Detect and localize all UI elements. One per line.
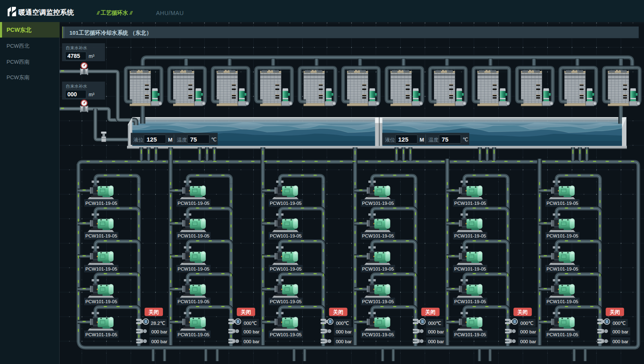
svg-text:PCW101-19-05: PCW101-19-05 <box>362 266 394 271</box>
svg-text:PCW101-19-05: PCW101-19-05 <box>454 201 486 206</box>
svg-text:000: 000 <box>67 91 77 98</box>
svg-text:℃: ℃ <box>463 137 468 142</box>
svg-text:PCW101-19-05: PCW101-19-05 <box>85 266 117 271</box>
svg-text:液位: 液位 <box>385 137 396 143</box>
svg-text:000 bar: 000 bar <box>428 329 444 334</box>
svg-text:PCW101-19-05: PCW101-19-05 <box>546 299 578 304</box>
svg-text:℃: ℃ <box>211 137 216 142</box>
svg-text:PCW101-19-05: PCW101-19-05 <box>178 201 209 206</box>
svg-text:125: 125 <box>147 136 157 143</box>
svg-text:000 bar: 000 bar <box>243 339 259 344</box>
svg-text:PCW101-19-05: PCW101-19-05 <box>85 299 117 304</box>
svg-text:PCW101-19-05: PCW101-19-05 <box>270 332 302 337</box>
svg-text:4785: 4785 <box>67 53 80 59</box>
svg-text:000 bar: 000 bar <box>520 339 536 344</box>
svg-text:m³: m³ <box>89 53 94 59</box>
svg-text:PCW101-19-05: PCW101-19-05 <box>454 233 486 238</box>
svg-text:000 bar: 000 bar <box>613 339 628 344</box>
svg-text:000 bar: 000 bar <box>243 329 259 334</box>
svg-text:PCW101-19-05: PCW101-19-05 <box>85 201 117 206</box>
svg-text:PCW101-19-05: PCW101-19-05 <box>178 233 209 238</box>
svg-text:PCW101-19-05: PCW101-19-05 <box>362 299 394 304</box>
svg-text:75: 75 <box>442 136 449 143</box>
svg-text:28.2℃: 28.2℃ <box>151 321 165 326</box>
svg-text:关闭: 关闭 <box>425 309 436 315</box>
svg-text:m³: m³ <box>89 92 94 98</box>
svg-text:000 bar: 000 bar <box>151 329 167 334</box>
svg-text:关闭: 关闭 <box>609 309 620 315</box>
svg-text:000 bar: 000 bar <box>151 339 167 344</box>
svg-text:自来水补水: 自来水补水 <box>66 84 87 89</box>
svg-text:PCW101-19-05: PCW101-19-05 <box>546 332 578 337</box>
svg-text:关闭: 关闭 <box>241 309 251 315</box>
svg-text:PCW101-19-05: PCW101-19-05 <box>362 332 394 337</box>
svg-text:000℃: 000℃ <box>336 321 349 326</box>
svg-text:101工艺循环冷却水系统 （东北）: 101工艺循环冷却水系统 （东北） <box>69 29 152 36</box>
svg-text:PCW101-19-05: PCW101-19-05 <box>362 201 394 206</box>
svg-text:PCW101-19-05: PCW101-19-05 <box>270 266 302 271</box>
svg-text:PCW101-19-05: PCW101-19-05 <box>546 233 578 238</box>
svg-text:PCW101-19-05: PCW101-19-05 <box>270 299 302 304</box>
svg-text:75: 75 <box>190 136 197 143</box>
svg-text:M: M <box>168 137 173 143</box>
svg-text:000℃: 000℃ <box>613 321 626 326</box>
svg-text:自来水补水: 自来水补水 <box>66 45 87 50</box>
svg-text:000 bar: 000 bar <box>613 329 628 334</box>
svg-text:PCW101-19-05: PCW101-19-05 <box>454 332 486 337</box>
svg-text:PCW101-19-05: PCW101-19-05 <box>85 332 117 337</box>
svg-text:PCW101-19-05: PCW101-19-05 <box>178 299 209 304</box>
svg-text:PCW101-19-05: PCW101-19-05 <box>454 299 486 304</box>
svg-text:PCW101-19-05: PCW101-19-05 <box>178 266 209 271</box>
svg-text:温度: 温度 <box>428 137 439 143</box>
svg-text:液位: 液位 <box>134 137 144 143</box>
svg-text:PCW101-19-05: PCW101-19-05 <box>178 332 209 337</box>
svg-text:PCW101-19-05: PCW101-19-05 <box>454 266 486 271</box>
svg-text:125: 125 <box>398 136 408 143</box>
svg-text:关闭: 关闭 <box>517 309 528 315</box>
svg-text:PCW101-19-05: PCW101-19-05 <box>362 233 394 238</box>
svg-text:关闭: 关闭 <box>333 309 343 315</box>
svg-text:000℃: 000℃ <box>428 321 441 326</box>
svg-text:PCW101-19-05: PCW101-19-05 <box>270 233 302 238</box>
svg-text:000 bar: 000 bar <box>336 339 352 344</box>
svg-text:000 bar: 000 bar <box>520 329 536 334</box>
svg-text:000 bar: 000 bar <box>428 339 444 344</box>
svg-text:M: M <box>420 137 424 143</box>
svg-text:温度: 温度 <box>177 137 187 143</box>
svg-text:关闭: 关闭 <box>148 309 159 315</box>
svg-text:000 bar: 000 bar <box>336 329 352 334</box>
svg-text:000℃: 000℃ <box>520 321 533 326</box>
svg-text:PCW101-19-05: PCW101-19-05 <box>270 201 302 206</box>
svg-text:PCW101-19-05: PCW101-19-05 <box>85 233 117 238</box>
svg-text:000℃: 000℃ <box>244 321 257 326</box>
svg-text:PCW101-19-05: PCW101-19-05 <box>546 201 578 206</box>
svg-text:PCW101-19-05: PCW101-19-05 <box>546 266 578 271</box>
